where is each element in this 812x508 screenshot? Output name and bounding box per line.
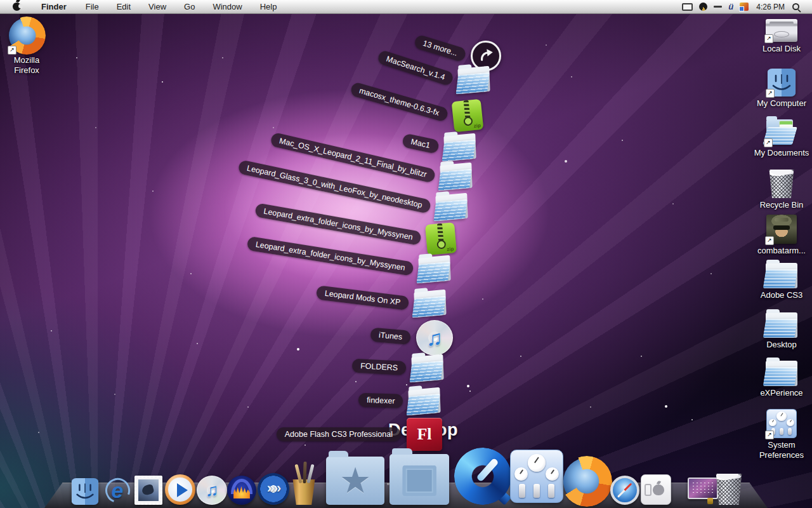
stack-item[interactable]: macosx_theme-0.6.3-fx zip [348, 100, 482, 131]
dock: e ♫ »» [0, 438, 812, 508]
folder-icon[interactable] [418, 255, 450, 283]
favorites-folder-icon: ★ [326, 457, 384, 505]
soldier-photo-icon[interactable] [766, 215, 797, 244]
apple-menu-icon[interactable] [13, 3, 21, 11]
internet-explorer-icon: e [103, 476, 132, 505]
desktop-icon-desktop-folder[interactable]: Desktop [752, 312, 811, 350]
desktop-icon-label: combatarm... [757, 246, 806, 256]
menu-edit[interactable]: Edit [108, 1, 140, 13]
recycle-bin-icon[interactable] [768, 169, 796, 198]
dock-item-finder[interactable] [71, 478, 99, 505]
menu-view[interactable]: View [140, 1, 175, 13]
stack-item-label[interactable]: Mac1 [402, 133, 440, 154]
folder-icon[interactable] [766, 312, 797, 338]
folder-icon[interactable] [443, 133, 476, 161]
music-note-glyph: ♫ [416, 320, 453, 356]
dial [546, 467, 559, 481]
switch [780, 428, 783, 435]
shortcut-arrow-overlay [767, 69, 796, 97]
desktop-icon-adobe-cs3[interactable]: Adobe CS3 [752, 263, 811, 300]
folder-front [416, 262, 450, 283]
menu-file[interactable]: File [77, 1, 108, 13]
cd-music-icon[interactable]: ♫ [416, 320, 453, 356]
language-tray-icon[interactable] [740, 3, 749, 11]
dock-item-apple-box[interactable] [641, 474, 671, 505]
hard-drive-icon[interactable] [766, 19, 797, 42]
spotlight-search-icon[interactable] [792, 3, 799, 10]
desktop-icon-local-disk[interactable]: Local Disk [752, 19, 811, 54]
finder-face-graphic [767, 69, 796, 97]
desktop-icon-my-computer[interactable]: My Computer [752, 69, 811, 109]
dock-item-desktop-folder[interactable] [390, 454, 449, 505]
trash-icon [714, 473, 743, 505]
dock-item-movie-disc[interactable]: »» [258, 473, 289, 505]
dock-item-system-preferences[interactable] [510, 450, 563, 503]
dock-item-trash[interactable] [714, 473, 743, 505]
zip-archive-icon[interactable]: zip [425, 222, 457, 255]
switch [771, 428, 775, 435]
folder-icon[interactable] [411, 354, 443, 382]
dock-item-audacity[interactable] [227, 476, 256, 505]
desktop-icon-experience[interactable]: eXPerience [752, 361, 811, 398]
folder-icon[interactable] [766, 263, 797, 288]
folder-front [442, 140, 475, 161]
shortcut-arrow-overlay [766, 409, 797, 438]
dock-item-favorites-folder[interactable]: ★ [326, 457, 384, 505]
minimize-tray-icon[interactable] [714, 6, 722, 8]
finder-face-icon[interactable] [767, 69, 796, 97]
quicktime-icon [454, 448, 511, 505]
folder-icon[interactable] [457, 66, 490, 94]
chevrons-glyph: »» [267, 481, 280, 495]
folder-icon[interactable] [435, 193, 468, 221]
dock-item-internet-explorer[interactable]: e [103, 476, 132, 505]
desktop-icon-recycle-bin[interactable]: Recycle Bin [752, 169, 811, 210]
stack-item-label[interactable]: FOLDERS [351, 359, 406, 375]
umlaut-tray-icon[interactable]: ü [728, 3, 733, 11]
folder-icon[interactable] [766, 361, 797, 386]
stack-item[interactable]: MacSearch_v.1.4 [375, 67, 490, 93]
folder-icon[interactable] [408, 387, 440, 415]
desktop-icon-combatarms[interactable]: combatarm... [752, 215, 811, 256]
dock-item-windows-media-player[interactable] [165, 474, 195, 505]
folder-front [763, 127, 797, 145]
stack-item[interactable]: iTunes ♫ [370, 320, 453, 356]
stack-item-label[interactable]: findexer [358, 393, 403, 408]
desktop-icon-mozilla-firefox[interactable]: Mozilla Firefox [1, 18, 52, 75]
folder-front [763, 367, 798, 386]
menu-window[interactable]: Window [204, 1, 251, 13]
folder-front [409, 361, 443, 382]
dock-item-mail[interactable] [134, 476, 162, 505]
system-preferences-icon[interactable] [766, 409, 797, 438]
dock-item-firefox[interactable] [563, 458, 610, 505]
folder-icon[interactable] [414, 290, 446, 318]
display-tray-icon[interactable] [682, 3, 693, 11]
zip-archive-icon[interactable]: zip [452, 99, 484, 133]
menu-go[interactable]: Go [175, 1, 204, 13]
dock-item-quicktime[interactable] [454, 448, 511, 505]
menu-finder[interactable]: Finder [32, 1, 77, 13]
folder-front [763, 269, 798, 288]
dock-app-tray-icon[interactable] [699, 3, 707, 11]
shortcut-arrow-overlay [766, 215, 797, 244]
dock-item-display[interactable] [688, 478, 718, 499]
stack-item[interactable]: Mac1 [402, 135, 476, 160]
stack-item[interactable]: findexer [358, 389, 440, 414]
menu-help[interactable]: Help [251, 1, 286, 13]
monitor-emblem [403, 465, 436, 496]
mail-stamp-icon [134, 476, 162, 505]
menu-clock[interactable]: 4:26 PM [755, 3, 786, 11]
dial [514, 467, 528, 481]
stack-item-label[interactable]: iTunes [370, 328, 411, 345]
desktop-icon-my-documents[interactable]: My Documents [752, 118, 811, 158]
firefox-icon[interactable] [9, 18, 44, 53]
dock-item-itunes[interactable]: ♫ [197, 476, 227, 505]
stack-item[interactable]: Leopard_extra_folder_icons_by_Myssynen [246, 257, 450, 282]
dock-item-safari[interactable] [610, 476, 639, 505]
stack-item[interactable]: FOLDERS [352, 356, 443, 381]
documents-folder-icon[interactable] [765, 118, 798, 146]
dock-item-pencil-cup[interactable] [288, 464, 320, 505]
stack-item[interactable]: Leopard Mods On XP [316, 291, 446, 316]
menu-bar-tray: ü 4:26 PM [682, 3, 812, 11]
apple-logo-glyph [653, 485, 664, 495]
folder-icon[interactable] [440, 163, 472, 190]
